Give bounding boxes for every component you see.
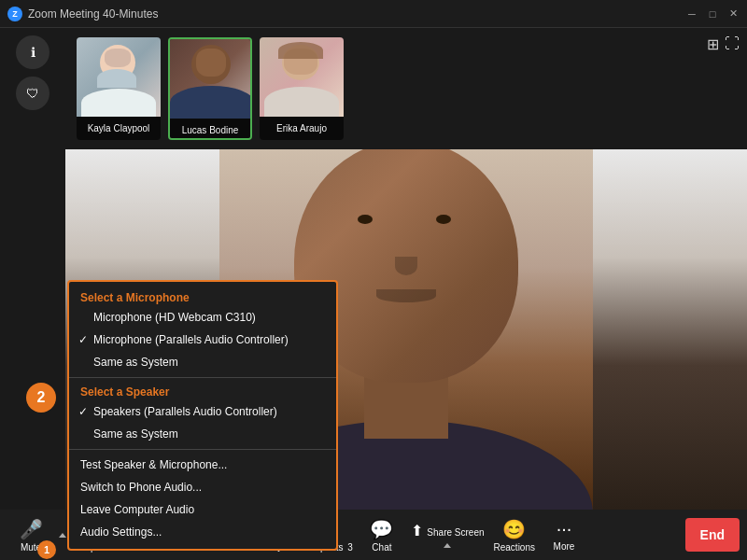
reactions-icon: 😊 xyxy=(502,518,526,540)
app-logo: Z xyxy=(7,7,22,21)
mic-section-label: Select a Microphone xyxy=(69,287,336,306)
audio-dropdown-menu[interactable]: Select a Microphone Microphone (HD Webca… xyxy=(67,280,338,551)
speaker-item-1[interactable]: Same as System xyxy=(69,423,336,445)
chat-icon: 💬 xyxy=(370,518,393,540)
mic-item-1[interactable]: ✓ Microphone (Parallels Audio Controller… xyxy=(69,329,336,351)
erika-video xyxy=(260,37,344,117)
chat-button[interactable]: 💬 Chat xyxy=(359,512,405,557)
mute-button[interactable]: 🎤 Mute 1 xyxy=(7,512,54,557)
toolbar-right: End xyxy=(685,518,740,552)
mic-item-2[interactable]: Same as System xyxy=(69,351,336,373)
mic-item-1-label: Microphone (Parallels Audio Controller) xyxy=(93,333,289,346)
maximize-button[interactable]: □ xyxy=(706,7,719,21)
mute-group: 🎤 Mute 1 xyxy=(7,512,71,557)
switch-phone-audio[interactable]: Switch to Phone Audio... xyxy=(69,476,336,498)
menu-divider-2 xyxy=(69,449,336,450)
kayla-video xyxy=(77,37,161,117)
more-label: More xyxy=(554,541,575,552)
participant-thumb-kayla[interactable]: Kayla Claypool xyxy=(77,37,161,140)
info-icon[interactable]: ℹ xyxy=(16,35,49,69)
test-speaker-mic[interactable]: Test Speaker & Microphone... xyxy=(69,454,336,476)
reactions-button[interactable]: 😊 Reactions xyxy=(490,512,539,557)
step-1-badge: 1 xyxy=(37,540,56,559)
more-icon: ··· xyxy=(557,518,572,539)
speaker-item-0[interactable]: ✓ Speakers (Parallels Audio Controller) xyxy=(69,400,336,423)
end-button[interactable]: End xyxy=(685,518,740,552)
chat-label: Chat xyxy=(372,542,391,553)
view-icons: ⊞ ⛶ xyxy=(707,35,740,53)
fullscreen-button[interactable]: ⛶ xyxy=(725,35,740,53)
window-controls: ─ □ ✕ xyxy=(685,7,740,21)
mic-item-0-label: Microphone (HD Webcam C310) xyxy=(93,311,256,324)
minimize-button[interactable]: ─ xyxy=(685,7,698,21)
share-screen-label: Share Screen xyxy=(427,527,484,538)
audio-caret-icon xyxy=(59,533,66,538)
reactions-label: Reactions xyxy=(494,542,535,553)
lucas-name: Lucas Bodine xyxy=(170,119,250,140)
close-button[interactable]: ✕ xyxy=(726,7,740,21)
window-title: Zoom Meeting 40-Minutes xyxy=(28,7,685,21)
left-sidebar: ℹ 🛡 xyxy=(0,28,65,510)
kayla-name: Kayla Claypool xyxy=(77,117,161,140)
share-screen-button[interactable]: ⬆ Share Screen xyxy=(407,512,488,557)
mic-item-2-label: Same as System xyxy=(93,356,178,369)
share-caret-icon xyxy=(444,543,451,548)
participant-thumb-erika[interactable]: Erika Araujo xyxy=(260,37,344,140)
share-screen-icon: ⬆ xyxy=(411,523,423,539)
menu-divider-1 xyxy=(69,377,336,378)
mic-item-0[interactable]: Microphone (HD Webcam C310) xyxy=(69,306,336,329)
participants-bar: Kayla Claypool Lucas Bodine xyxy=(65,28,747,149)
main-area: ℹ 🛡 Kayla Claypool xyxy=(0,28,747,510)
grid-view-button[interactable]: ⊞ xyxy=(707,35,719,53)
erika-name: Erika Araujo xyxy=(260,117,344,140)
speaker-item-1-label: Same as System xyxy=(93,427,178,441)
shield-icon[interactable]: 🛡 xyxy=(16,77,49,110)
speaker-item-0-check: ✓ xyxy=(78,405,88,418)
speaker-item-0-label: Speakers (Parallels Audio Controller) xyxy=(93,405,277,418)
speaker-section-label: Select a Speaker xyxy=(69,382,336,400)
mic-item-1-check: ✓ xyxy=(78,333,88,346)
more-button[interactable]: ··· More xyxy=(541,512,587,557)
step-2-badge: 2 xyxy=(26,383,56,413)
leave-computer-audio[interactable]: Leave Computer Audio xyxy=(69,498,336,521)
audio-settings[interactable]: Audio Settings... xyxy=(69,521,336,543)
participant-thumb-lucas[interactable]: Lucas Bodine xyxy=(168,37,252,140)
lucas-video xyxy=(170,39,250,119)
mic-icon: 🎤 xyxy=(20,518,43,540)
title-bar: Z Zoom Meeting 40-Minutes ─ □ ✕ xyxy=(0,0,747,28)
share-screen-bg: ⬆ Share Screen xyxy=(411,522,485,539)
